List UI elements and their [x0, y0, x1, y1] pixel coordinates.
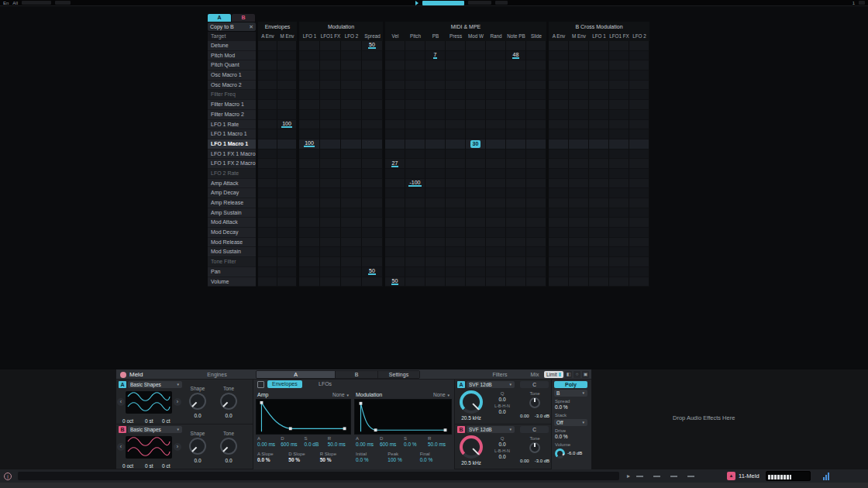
matrix-cell[interactable] — [526, 129, 546, 139]
matrix-cell[interactable] — [258, 120, 277, 130]
matrix-cell[interactable]: 50 — [362, 267, 383, 277]
matrix-cell[interactable] — [425, 70, 446, 81]
matrix-cell[interactable] — [629, 51, 649, 61]
wave-prev-button[interactable]: ‹ — [117, 398, 125, 406]
matrix-cell[interactable] — [277, 70, 297, 81]
matrix-cell[interactable] — [405, 90, 425, 100]
matrix-cell[interactable] — [258, 247, 277, 257]
param-value[interactable]: 0.00 ms — [257, 442, 281, 447]
matrix-cell[interactable] — [609, 277, 629, 287]
matrix-cell[interactable] — [466, 81, 486, 91]
matrix-cell[interactable] — [569, 159, 589, 169]
matrix-cell[interactable] — [362, 179, 383, 189]
matrix-cell[interactable] — [446, 51, 466, 61]
matrix-cell[interactable] — [486, 129, 506, 139]
matrix-cell[interactable] — [425, 90, 446, 100]
matrix-cell[interactable] — [320, 198, 341, 208]
mod-env-mod-select[interactable]: None▼ — [433, 392, 450, 397]
matrix-cell[interactable] — [341, 90, 362, 100]
matrix-cell[interactable] — [277, 267, 297, 277]
matrix-cell[interactable] — [320, 257, 341, 267]
matrix-cell[interactable] — [506, 81, 526, 91]
matrix-cell[interactable] — [446, 228, 466, 238]
matrix-cell[interactable] — [362, 51, 383, 61]
matrix-cell[interactable] — [589, 120, 609, 130]
row-label[interactable]: Pitch Mod — [208, 51, 256, 61]
signature-box[interactable] — [55, 1, 71, 5]
matrix-cell[interactable] — [549, 198, 569, 208]
matrix-cell[interactable] — [609, 70, 629, 81]
matrix-cell[interactable] — [569, 51, 589, 61]
matrix-cell[interactable] — [589, 208, 609, 218]
matrix-value[interactable]: 30 — [470, 140, 481, 148]
shape-value[interactable]: 0.0 — [184, 413, 211, 418]
filter-freq-knob[interactable] — [460, 435, 483, 459]
matrix-cell[interactable]: 50 — [385, 277, 405, 287]
matrix-cell[interactable] — [405, 267, 425, 277]
voice-select[interactable]: B ▼ — [554, 390, 587, 397]
matrix-cell[interactable] — [466, 159, 486, 169]
matrix-cell[interactable] — [486, 90, 506, 100]
matrix-cell[interactable] — [486, 169, 506, 179]
matrix-cell[interactable] — [320, 51, 341, 61]
row-label[interactable]: Pitch Quant — [208, 60, 256, 70]
matrix-cell[interactable] — [629, 90, 649, 100]
row-label[interactable]: Filter Macro 1 — [208, 100, 256, 110]
matrix-cell[interactable] — [341, 149, 362, 160]
matrix-cell[interactable] — [526, 110, 546, 120]
matrix-cell[interactable] — [506, 139, 526, 149]
matrix-cell[interactable] — [569, 41, 589, 51]
matrix-cell[interactable] — [258, 188, 277, 198]
matrix-cell[interactable] — [385, 51, 405, 61]
link-label[interactable]: En — [3, 1, 9, 5]
semitone-value[interactable]: 0 st — [145, 463, 153, 469]
param-value[interactable]: 100 % — [388, 457, 419, 462]
matrix-cell[interactable] — [466, 179, 486, 189]
matrix-cell[interactable] — [569, 267, 589, 277]
matrix-cell[interactable] — [320, 70, 341, 81]
q-value[interactable]: 0.0 — [487, 442, 517, 447]
matrix-cell[interactable] — [589, 51, 609, 61]
matrix-cell[interactable] — [299, 198, 320, 208]
matrix-cell[interactable] — [258, 179, 277, 189]
matrix-cell[interactable] — [385, 169, 405, 179]
matrix-cell[interactable] — [425, 257, 446, 267]
matrix-cell[interactable] — [425, 159, 446, 169]
row-label[interactable]: Amp Sustain — [208, 208, 256, 218]
matrix-cell[interactable] — [299, 90, 320, 100]
matrix-cell[interactable] — [258, 149, 277, 160]
matrix-cell[interactable] — [549, 247, 569, 257]
matrix-cell[interactable] — [486, 218, 506, 228]
matrix-cell[interactable] — [589, 218, 609, 228]
matrix-cell[interactable] — [446, 139, 466, 149]
matrix-cell[interactable] — [589, 70, 609, 81]
matrix-cell[interactable] — [486, 188, 506, 198]
matrix-cell[interactable] — [629, 188, 649, 198]
matrix-cell[interactable] — [425, 139, 446, 149]
matrix-cell[interactable] — [629, 100, 649, 110]
matrix-cell[interactable] — [506, 257, 526, 267]
matrix-cell[interactable] — [425, 208, 446, 218]
matrix-cell[interactable] — [258, 129, 277, 139]
matrix-cell[interactable] — [609, 110, 629, 120]
row-label[interactable]: Osc Macro 2 — [208, 81, 256, 91]
matrix-cell[interactable] — [486, 139, 506, 149]
matrix-cell[interactable] — [466, 267, 486, 277]
matrix-cell[interactable] — [299, 267, 320, 277]
matrix-cell[interactable] — [589, 159, 609, 169]
matrix-cell[interactable] — [405, 238, 425, 248]
matrix-cell[interactable] — [549, 149, 569, 160]
matrix-cell[interactable] — [405, 159, 425, 169]
matrix-cell[interactable] — [385, 208, 405, 218]
volume-value[interactable]: -6.0 dB — [567, 451, 582, 455]
matrix-cell[interactable] — [446, 169, 466, 179]
matrix-cell[interactable] — [405, 228, 425, 238]
matrix-cell[interactable] — [526, 179, 546, 189]
matrix-cell[interactable] — [629, 70, 649, 81]
filter-tone-knob[interactable] — [529, 397, 540, 408]
matrix-cell[interactable] — [405, 100, 425, 110]
matrix-cell[interactable] — [629, 277, 649, 287]
copy-to-b-button[interactable]: Copy to B✕ — [208, 22, 256, 31]
audio-effects-drop-zone[interactable]: Drop Audio Effects Here — [591, 369, 868, 469]
matrix-cell[interactable] — [258, 81, 277, 91]
